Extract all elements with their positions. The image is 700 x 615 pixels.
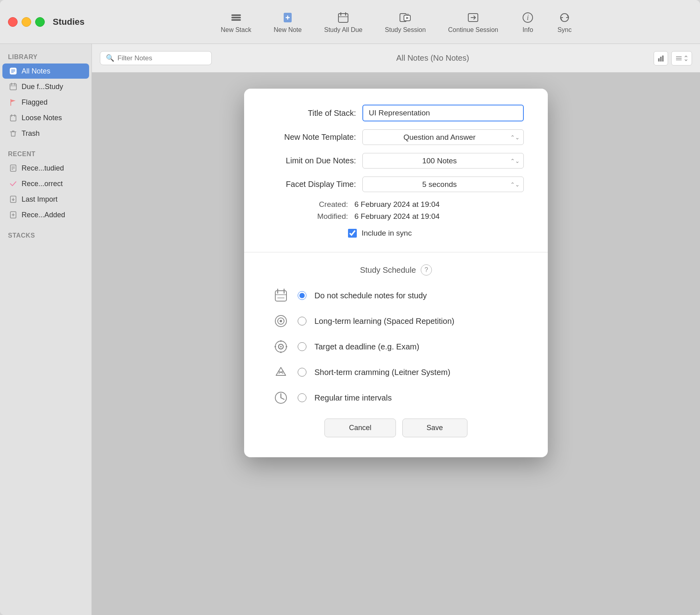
flagged-label: Flagged: [22, 98, 48, 107]
svg-rect-44: [275, 291, 286, 301]
svg-line-65: [281, 398, 284, 399]
svg-rect-6: [338, 14, 348, 22]
content-body: Title of Stack: New Note Template: Quest…: [92, 73, 700, 615]
schedule-option-regular: Regular time intervals: [264, 389, 528, 407]
new-stack-label: New Stack: [221, 26, 251, 34]
toolbar-new-note[interactable]: New Note: [262, 7, 313, 37]
toolbar-new-stack[interactable]: New Stack: [209, 7, 262, 37]
svg-rect-40: [662, 56, 664, 62]
no-schedule-radio[interactable]: [298, 291, 306, 300]
regular-icon: [272, 389, 290, 407]
search-input[interactable]: [117, 54, 206, 62]
sidebar-item-due-study[interactable]: Due f...Study: [2, 79, 89, 94]
continue-session-icon: [466, 10, 480, 25]
svg-point-51: [280, 320, 282, 322]
loose-notes-icon: [9, 113, 18, 122]
content-header: 🔍 All Notes (No Notes): [92, 44, 700, 73]
svg-point-55: [280, 340, 282, 342]
sidebar-item-rece-orrect[interactable]: Rece...orrect: [2, 176, 89, 191]
limit-on-due-wrapper: 50 Notes 100 Notes 200 Notes Unlimited ⌃…: [362, 153, 524, 169]
created-value: 6 February 2024 at 19:04: [354, 200, 439, 209]
info-label: Info: [523, 26, 533, 34]
regular-radio[interactable]: [298, 393, 306, 402]
app-title: Studies: [53, 17, 84, 27]
modified-row: Modified: 6 February 2024 at 19:04: [268, 212, 524, 221]
facet-display-select[interactable]: 1 second 3 seconds 5 seconds 10 seconds: [362, 177, 524, 192]
study-all-due-label: Study All Due: [324, 26, 362, 34]
study-session-label: Study Session: [385, 26, 426, 34]
no-schedule-label: Do not schedule notes for study: [314, 291, 427, 300]
toolbar-study-session[interactable]: Study Session: [374, 7, 437, 37]
deadline-radio[interactable]: [298, 342, 306, 351]
rece-added-icon: [9, 210, 18, 219]
sidebar-item-rece-tudied[interactable]: Rece...tudied: [2, 161, 89, 176]
new-note-icon: [280, 10, 295, 25]
trash-label: Trash: [22, 129, 40, 138]
cramming-label: Short-term cramming (Leitner System): [314, 368, 450, 377]
new-note-template-select[interactable]: Question and Answer Blank Cloze Deletion: [362, 129, 524, 145]
main-area: LIBRARY All Notes: [0, 44, 700, 615]
title-of-stack-input[interactable]: [362, 105, 524, 121]
sidebar-item-last-import[interactable]: Last Import: [2, 192, 89, 207]
save-button[interactable]: Save: [402, 419, 467, 437]
title-of-stack-row: Title of Stack:: [268, 105, 524, 121]
rece-tudied-label: Rece...tudied: [22, 164, 64, 173]
limit-on-due-label: Limit on Due Notes:: [268, 156, 356, 165]
rece-orrect-icon: [9, 179, 18, 188]
toolbar-continue-session[interactable]: Continue Session: [437, 7, 509, 37]
svg-text:i: i: [527, 14, 529, 22]
last-import-label: Last Import: [22, 195, 58, 204]
title-bar: Studies New Stack: [0, 0, 700, 44]
long-term-icon: [272, 312, 290, 330]
facet-display-wrapper: 1 second 3 seconds 5 seconds 10 seconds …: [362, 177, 524, 192]
loose-notes-label: Loose Notes: [22, 114, 62, 122]
limit-on-due-row: Limit on Due Notes: 50 Notes 100 Notes 2…: [268, 153, 524, 169]
svg-point-54: [280, 346, 282, 347]
svg-rect-26: [10, 115, 16, 121]
sync-icon: [557, 10, 572, 25]
close-button[interactable]: [8, 17, 18, 27]
sidebar-item-rece-added[interactable]: Rece...Added: [2, 207, 89, 222]
cancel-button[interactable]: Cancel: [324, 419, 396, 437]
library-section-label: LIBRARY: [0, 50, 91, 63]
limit-on-due-select[interactable]: 50 Notes 100 Notes 200 Notes Unlimited: [362, 153, 524, 169]
long-term-radio[interactable]: [298, 317, 306, 325]
traffic-lights: [8, 17, 45, 27]
toolbar-info[interactable]: i Info: [509, 7, 546, 37]
new-note-template-row: New Note Template: Question and Answer B…: [268, 129, 524, 145]
list-view-button[interactable]: [671, 51, 692, 65]
schedule-help-button[interactable]: ?: [421, 264, 432, 276]
sidebar-item-loose-notes[interactable]: Loose Notes: [2, 110, 89, 125]
facet-display-row: Facet Display Time: 1 second 3 seconds 5…: [268, 177, 524, 192]
sidebar-item-all-notes[interactable]: All Notes: [2, 63, 89, 79]
due-study-label: Due f...Study: [22, 83, 63, 91]
sidebar-item-trash[interactable]: Trash: [2, 126, 89, 141]
deadline-label: Target a deadline (e.g. Exam): [314, 342, 419, 351]
cramming-radio[interactable]: [298, 368, 306, 377]
title-of-stack-label: Title of Stack:: [268, 109, 356, 118]
sync-row: Include in sync: [268, 229, 524, 238]
maximize-button[interactable]: [35, 17, 45, 27]
modified-value: 6 February 2024 at 19:04: [354, 212, 439, 221]
minimize-button[interactable]: [22, 17, 31, 27]
toolbar-study-all-due[interactable]: Study All Due: [313, 7, 374, 37]
include-sync-checkbox[interactable]: [348, 229, 357, 238]
schedule-header: Study Schedule ?: [264, 264, 528, 276]
svg-rect-2: [231, 19, 241, 21]
flagged-icon: [9, 98, 18, 107]
search-icon: 🔍: [106, 54, 114, 62]
toolbar-sync[interactable]: Sync: [546, 7, 583, 37]
svg-point-58: [286, 346, 287, 347]
schedule-option-cramming: Short-term cramming (Leitner System): [264, 363, 528, 381]
search-box[interactable]: 🔍: [100, 51, 212, 65]
chart-view-button[interactable]: [654, 51, 668, 65]
toolbar: New Stack New Note: [100, 7, 692, 37]
view-controls: [654, 51, 692, 65]
created-row: Created: 6 February 2024 at 19:04: [268, 200, 524, 209]
info-icon: i: [521, 10, 535, 25]
content-area: 🔍 All Notes (No Notes): [92, 44, 700, 615]
new-note-template-wrapper: Question and Answer Blank Cloze Deletion…: [362, 129, 524, 145]
sidebar-item-flagged[interactable]: Flagged: [2, 95, 89, 110]
created-label: Created:: [268, 200, 348, 209]
meta-section: Created: 6 February 2024 at 19:04 Modifi…: [268, 200, 524, 221]
